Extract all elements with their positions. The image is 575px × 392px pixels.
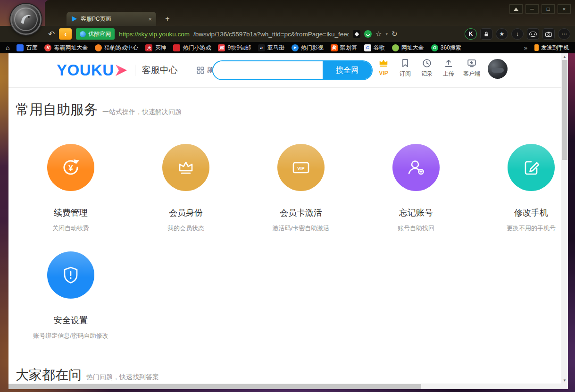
service-card-renewal[interactable]: ¥ 续费管理 关闭自动续费	[13, 144, 128, 233]
bookmark-item[interactable]: 网址大全	[392, 44, 424, 52]
service-circle	[47, 251, 94, 299]
service-card-change-phone[interactable]: 修改手机 更换不用的手机号	[474, 144, 568, 233]
phone-icon	[534, 44, 539, 51]
tab-title: 客服PC页面	[81, 15, 145, 23]
menu-more-icon[interactable]: ⋯	[558, 28, 570, 40]
quick-back-button[interactable]: ‹	[59, 28, 72, 40]
bookmark-item[interactable]: K毒霸网址大全	[44, 44, 88, 52]
minimize-button[interactable]: ─	[525, 4, 539, 14]
service-circle	[508, 144, 555, 191]
section-title-faq: 大家都在问 热门问题，快速找到答案	[8, 340, 568, 384]
renew-yen-icon: ¥	[58, 155, 83, 180]
user-avatar[interactable]	[488, 59, 508, 79]
search-bar: 搜全网	[212, 60, 373, 80]
bookmarks-bar: ⌂ 百度 K毒霸网址大全 猎豹游戏中心 灭灭神 热门小游戏 购9块9包邮 a亚马…	[0, 42, 575, 53]
bookmark-item[interactable]: ▶热门影视	[292, 44, 324, 52]
section-subtitle: 热门问题，快速找到答案	[86, 373, 159, 382]
maximize-button[interactable]: □	[542, 4, 555, 14]
bookmark-item[interactable]: 灭灭神	[145, 44, 166, 52]
search-button[interactable]: 搜全网	[323, 61, 372, 79]
download-icon[interactable]: ↓	[511, 28, 524, 40]
address-bar[interactable]: https://sky.vip.youku.com/bwsvip/136/c55…	[119, 30, 460, 38]
service-circle: VIP	[277, 144, 325, 191]
bookmark-item[interactable]: O360搜索	[431, 44, 461, 52]
horizontal-scroll-thumb[interactable]	[8, 384, 421, 389]
divider	[135, 65, 135, 76]
scroll-up-icon[interactable]: ▲	[561, 53, 568, 60]
section-title-self-service: 常用自助服务 一站式操作，快速解决问题	[8, 88, 568, 119]
screenshot-icon[interactable]	[542, 28, 555, 40]
service-card-card-activation[interactable]: VIP 会员卡激活 激活码/卡密自助激活	[243, 144, 358, 233]
scroll-down-icon[interactable]: ▼	[561, 377, 568, 384]
bookmarks-overflow-icon[interactable]: »	[524, 44, 527, 51]
send-to-phone-button[interactable]: 发送到手机	[534, 44, 569, 52]
client-monitor-icon	[467, 58, 477, 68]
vertical-scroll-thumb[interactable]	[562, 60, 567, 160]
vip-crown-icon	[378, 58, 389, 68]
home-icon[interactable]: ⌂	[6, 44, 9, 51]
youku-header: YOUKU 客服中心 频道 搜全网 VIP	[8, 53, 568, 88]
webpage: YOUKU 客服中心 频道 搜全网 VIP	[8, 53, 568, 389]
bookmark-favicon	[95, 44, 102, 51]
refresh-icon[interactable]: ↻	[392, 30, 398, 38]
youku-logo[interactable]: YOUKU	[57, 61, 114, 79]
bookmark-item[interactable]: 百度	[17, 44, 37, 52]
bookmark-item[interactable]: G谷歌	[364, 44, 385, 52]
bookmark-item[interactable]: 购9块9包邮	[218, 44, 250, 52]
nav-vip[interactable]: VIP	[376, 58, 391, 76]
vertical-scrollbar[interactable]: ▲ ▼	[561, 53, 568, 384]
browser-menu-logo[interactable]	[10, 4, 42, 35]
nav-upload[interactable]: 上传	[442, 58, 456, 78]
nav-subscribe[interactable]: 订阅	[398, 58, 412, 78]
bookmark-item[interactable]: 热门小游戏	[173, 44, 211, 52]
screen: 客服PC页面 × + ─ □ × ↶ ‹ 优酷官网 https://sky.vi…	[0, 0, 575, 392]
favorite-star-icon[interactable]: ☆	[375, 30, 382, 38]
upload-icon	[443, 58, 454, 68]
extension-icon[interactable]	[353, 30, 360, 38]
nav-history[interactable]: 记录	[420, 58, 434, 78]
bookmark-icon	[400, 58, 410, 68]
bookmark-favicon	[17, 44, 24, 51]
close-button[interactable]: ×	[558, 4, 571, 14]
favorite-caret-icon[interactable]: ▾	[386, 32, 388, 36]
site-verified-badge[interactable]: 优酷官网	[76, 28, 115, 40]
bookmark-favicon: 灭	[145, 44, 152, 51]
search-input[interactable]	[213, 61, 323, 79]
youku-favicon	[71, 16, 77, 22]
bookmark-favicon	[173, 44, 180, 51]
forgot-account-icon	[404, 155, 428, 180]
service-card-forgot-account[interactable]: 忘记账号 账号自助找回	[358, 144, 474, 233]
horizontal-scrollbar[interactable]	[8, 384, 561, 389]
duba-k-icon[interactable]: K	[465, 28, 477, 40]
services-grid: ¥ 续费管理 关闭自动续费 会员身份 我的会员状态 VIP 会员卡激活 激活码/…	[13, 144, 568, 340]
tab-close-icon[interactable]: ×	[148, 16, 152, 23]
bookmark-favicon: ▶	[292, 44, 299, 51]
address-bar-row: ↶ ‹ 优酷官网 https://sky.vip.youku.com/bwsvi…	[0, 26, 575, 42]
acceleration-icon[interactable]	[364, 30, 372, 38]
back-button[interactable]: ↶	[48, 29, 55, 39]
skin-button[interactable]	[509, 4, 523, 14]
lock-icon[interactable]	[480, 28, 492, 40]
user-nav: VIP 订阅 记录 上传 客户端	[376, 58, 508, 79]
bookmark-favicon: 购	[218, 44, 225, 51]
wolf-logo-icon	[17, 10, 36, 29]
browser-tab[interactable]: 客服PC页面 ×	[67, 12, 156, 26]
site-badge-label: 优酷官网	[88, 30, 111, 38]
bookmark-item[interactable]: a亚马逊	[258, 44, 284, 52]
bookmark-item[interactable]: 聚聚划算	[331, 44, 357, 52]
youku-logo-arrow-icon	[114, 64, 128, 76]
svg-text:¥: ¥	[68, 164, 73, 173]
new-tab-button[interactable]: +	[162, 14, 173, 24]
nav-client[interactable]: 客户端	[463, 58, 480, 78]
service-card-membership[interactable]: 会员身份 我的会员状态	[128, 144, 243, 233]
bookmark-favicon: K	[44, 44, 51, 51]
shield-icon	[58, 263, 83, 287]
game-center-icon[interactable]	[527, 28, 539, 40]
service-card-security[interactable]: 安全设置 账号绑定信息/密码自助修改	[13, 251, 128, 340]
bookmark-favicon: O	[431, 44, 438, 51]
bookmark-favicon: 聚	[331, 44, 338, 51]
favorites-icon[interactable]: ★	[496, 28, 508, 40]
service-center-title: 客服中心	[142, 64, 178, 76]
bookmark-item[interactable]: 猎豹游戏中心	[95, 44, 138, 52]
bookmark-favicon: a	[258, 44, 265, 51]
